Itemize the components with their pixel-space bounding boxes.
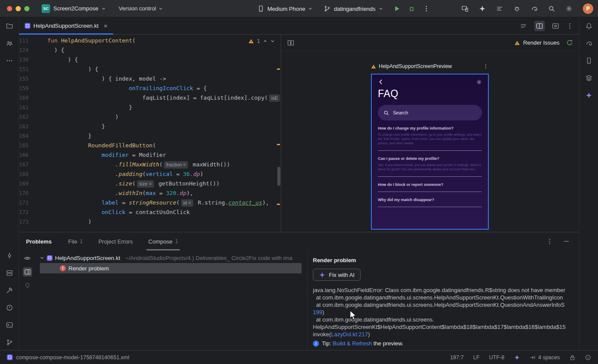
editor-scrollbar[interactable]	[277, 167, 280, 186]
code-line[interactable]: 111 fun HelpAndSupportContent(	[19, 36, 281, 46]
refresh-preview-icon[interactable]	[566, 39, 573, 46]
code-view-button[interactable]	[518, 21, 529, 31]
details-view-toggle[interactable]	[23, 267, 32, 276]
stack-trace-link[interactable]: 199	[313, 309, 322, 315]
code-line[interactable]: 168 .padding(vertical = 36.dp)	[19, 169, 281, 179]
tab-compose[interactable]: Compose1	[146, 232, 179, 250]
code-line[interactable]: 130 ) {	[19, 55, 281, 65]
line-number[interactable]: 171	[19, 198, 34, 208]
resource-manager-icon[interactable]	[585, 75, 592, 81]
preview-layout-icon[interactable]	[287, 39, 294, 46]
line-number[interactable]: 173	[19, 217, 34, 227]
panel-more-options-icon[interactable]	[546, 238, 553, 245]
more-tools-icon[interactable]	[6, 57, 13, 64]
indent-widget[interactable]: 4 spaces	[530, 354, 560, 361]
maximize-window-button[interactable]	[24, 6, 29, 11]
app-quality-insights-icon[interactable]	[514, 5, 520, 12]
code-line[interactable]: 172 onClick = contactUsOnClick	[19, 208, 281, 217]
faq-item[interactable]: How do I change my profile information?T…	[378, 126, 482, 151]
faq-item[interactable]: Can I pause or delete my profile?Yes. If…	[378, 156, 482, 177]
code-line[interactable]: 170 .widthIn(max = 320.dp),	[19, 188, 281, 198]
warning-stripe-mark[interactable]	[277, 68, 280, 70]
line-number[interactable]: 172	[19, 208, 34, 217]
line-number[interactable]: 161	[19, 103, 34, 112]
services-icon[interactable]	[6, 270, 13, 276]
faq-item[interactable]: How do I block or report someone?	[378, 182, 482, 192]
line-number[interactable]: 168	[19, 169, 34, 179]
caret-position[interactable]: 197:7	[450, 354, 464, 361]
preview-eye-icon[interactable]	[24, 255, 31, 262]
line-number[interactable]: 170	[19, 188, 34, 198]
line-ending[interactable]: LF	[473, 354, 480, 361]
inspection-widget[interactable]: 1	[248, 38, 275, 44]
project-widget[interactable]: SC Screen2Compose	[42, 4, 106, 13]
stack-trace-link[interactable]: LazyDsl.kt:217	[331, 331, 368, 338]
code-line[interactable]: 171 label = stringResource(id = R.string…	[19, 198, 281, 208]
line-number[interactable]: 165	[19, 141, 34, 150]
tree-render-problem-row[interactable]: ! Render problem	[40, 263, 302, 273]
preview-title-row[interactable]: HelpAndSupportScreenPreview	[371, 63, 489, 69]
running-devices-icon[interactable]	[462, 5, 468, 12]
fix-with-ai-button[interactable]: Fix with AI	[313, 269, 361, 281]
lock-icon[interactable]	[569, 354, 575, 361]
terminal-icon[interactable]	[6, 322, 13, 328]
tab-more-options-icon[interactable]	[566, 23, 573, 29]
pull-requests-icon[interactable]	[6, 40, 13, 47]
close-window-button[interactable]	[7, 6, 12, 11]
code-line[interactable]: 159 onTrailingIconClick = {	[19, 84, 281, 93]
line-number[interactable]: 164	[19, 131, 34, 141]
code-line[interactable]: 161 }	[19, 103, 281, 112]
run-button[interactable]	[393, 5, 400, 12]
version-control-widget[interactable]: Version control	[119, 5, 163, 12]
git-branch-icon[interactable]	[6, 339, 13, 346]
line-number[interactable]: 162	[19, 112, 34, 122]
line-number[interactable]: 151	[19, 65, 34, 74]
line-number[interactable]: 130	[19, 55, 34, 65]
more-actions-icon[interactable]	[423, 5, 430, 12]
gradle-icon[interactable]	[585, 40, 592, 47]
code-line[interactable]: 160 faqList[index] = faqList[index].copy…	[19, 93, 281, 103]
debug-button[interactable]	[408, 5, 415, 12]
render-issues-chip[interactable]: Render Issues	[514, 39, 559, 46]
line-number[interactable]: 155	[19, 74, 34, 84]
code-line[interactable]: 155 ) { index, model ->	[19, 74, 281, 84]
close-tab-icon[interactable]: ×	[104, 23, 107, 29]
faq-item[interactable]: Why did my match disappear?	[378, 198, 482, 207]
minimize-window-button[interactable]	[16, 6, 21, 11]
phone-preview[interactable]: FAQ Search How do I change my profile in…	[371, 74, 489, 230]
device-explorer-icon[interactable]	[585, 57, 592, 64]
next-warning-icon[interactable]	[270, 39, 275, 43]
line-number[interactable]: 169	[19, 179, 34, 188]
code-line[interactable]: 162 )	[19, 112, 281, 122]
tab-help-and-support-screen[interactable]: HelpAndSupportScreen.kt ×	[19, 17, 113, 34]
code-line[interactable]: 151 ) {	[19, 65, 281, 74]
hide-panel-icon[interactable]	[563, 238, 569, 244]
code-line[interactable]: 164 }	[19, 131, 281, 141]
warning-stripe-mark[interactable]	[277, 144, 280, 145]
code-line[interactable]: 124 ) {	[19, 46, 281, 55]
code-line[interactable]: 165 RoundedFilledButton(	[19, 141, 281, 150]
code-line[interactable]: 166 modifier = Modifier	[19, 150, 281, 160]
ai-status-sparkle-icon[interactable]	[514, 354, 520, 361]
build-icon[interactable]	[6, 287, 13, 294]
prev-warning-icon[interactable]	[263, 39, 267, 43]
tab-file[interactable]: File1	[66, 232, 84, 250]
device-selector[interactable]: Medium Phone	[257, 5, 312, 12]
line-number[interactable]: 160	[19, 93, 34, 103]
settings-gear-icon[interactable]	[566, 5, 572, 12]
code-line[interactable]: 163 }	[19, 122, 281, 131]
preview-more-options-icon[interactable]	[483, 63, 489, 69]
line-number[interactable]: 111	[19, 36, 34, 46]
code-line[interactable]: 173 )	[19, 217, 281, 227]
gradle-sync-icon[interactable]	[531, 5, 538, 12]
line-number[interactable]: 166	[19, 150, 34, 160]
tree-file-row[interactable]: HelpAndSupportScreen.kt ~/AndroidStudioP…	[40, 253, 307, 263]
gemini-icon[interactable]	[479, 5, 486, 12]
tab-project-errors[interactable]: Project Errors	[97, 232, 134, 250]
design-view-button[interactable]	[550, 21, 561, 31]
warning-stripe-mark[interactable]	[277, 204, 280, 205]
commit-icon[interactable]	[6, 252, 13, 259]
avatar[interactable]: P	[583, 3, 593, 14]
code-editor[interactable]: 111 fun HelpAndSupportContent(124 ) {130…	[19, 35, 281, 232]
notifications-bell-icon[interactable]	[585, 23, 592, 29]
